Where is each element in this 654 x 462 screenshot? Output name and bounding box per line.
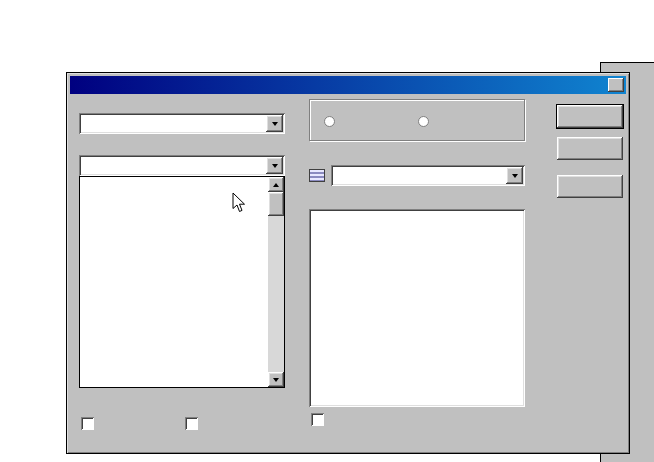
opc-checkbox[interactable] [185, 417, 204, 430]
type-combobox[interactable] [79, 155, 285, 176]
checkbox-checked-icon [311, 413, 324, 426]
name-combobox[interactable] [79, 113, 285, 134]
local-groups-combobox[interactable] [331, 165, 525, 186]
scope-groupbox [309, 99, 525, 141]
checkbox-icon [185, 417, 198, 430]
screen [0, 0, 654, 462]
type-dropdown-list [79, 176, 285, 388]
variable-group-icon [309, 169, 325, 182]
checkbox-icon [81, 417, 94, 430]
chevron-down-icon [272, 164, 278, 168]
ok-button[interactable] [557, 105, 623, 128]
arrow-down-icon [273, 378, 279, 382]
radio-icon [324, 116, 335, 127]
radio-locale[interactable] [324, 116, 340, 127]
arrow-up-icon [273, 183, 279, 187]
scroll-up-button[interactable] [268, 177, 284, 192]
close-button[interactable] [608, 78, 624, 92]
scroll-down-button[interactable] [268, 372, 284, 387]
show-all-checkbox[interactable] [311, 413, 523, 426]
variable-properties-dialog [66, 72, 630, 454]
cancel-button[interactable] [557, 137, 623, 160]
local-groups-dropdown-button[interactable] [506, 167, 523, 184]
dropdown-scrollbar[interactable] [268, 177, 284, 387]
radio-icon [418, 116, 429, 127]
pdd-checkbox[interactable] [81, 417, 100, 430]
global-groups-tree[interactable] [309, 209, 525, 407]
dialog-titlebar[interactable] [70, 76, 626, 94]
scroll-thumb[interactable] [268, 192, 284, 216]
chevron-down-icon [272, 122, 278, 126]
help-button[interactable] [557, 175, 623, 198]
name-dropdown-button[interactable] [266, 115, 283, 132]
mouse-cursor [232, 192, 246, 213]
tree-items [311, 212, 523, 405]
type-dropdown-button[interactable] [266, 157, 283, 174]
radio-globale[interactable] [418, 116, 434, 127]
chevron-down-icon [512, 174, 518, 178]
